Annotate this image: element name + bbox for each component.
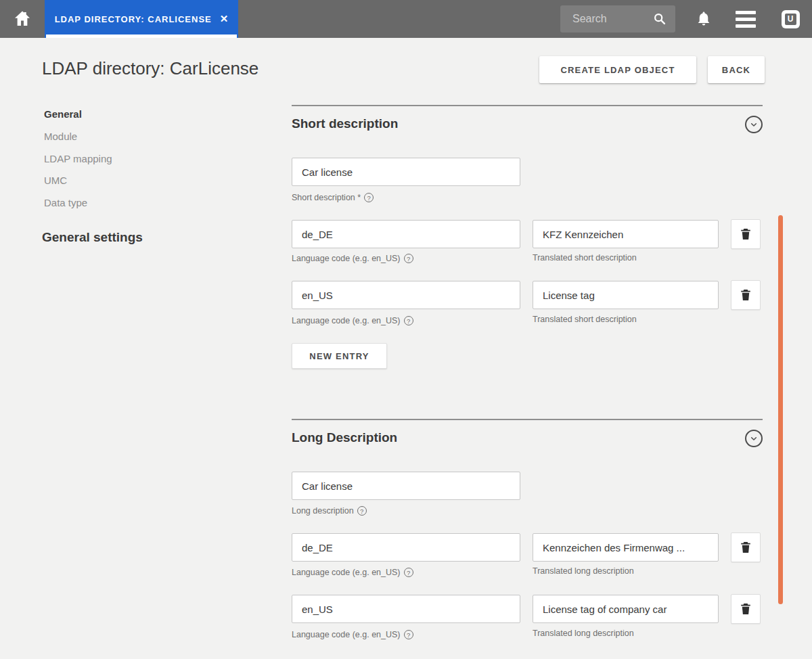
short-description-label: Short description * ? (292, 193, 374, 202)
bell-icon (695, 10, 713, 28)
tab-active-underline (46, 35, 237, 38)
trash-icon (738, 288, 753, 302)
search-box (560, 5, 675, 32)
long-description-label: Long description ? (292, 506, 367, 516)
sidebar-item-ldap-mapping[interactable]: LDAP mapping (44, 152, 112, 166)
search-icon[interactable] (652, 12, 667, 26)
trash-icon (738, 601, 753, 616)
top-bar: LDAP DIRECTORY: CARLICENSE ✕ U (0, 0, 812, 38)
help-icon[interactable]: ? (404, 254, 413, 263)
tab-label: LDAP DIRECTORY: CARLICENSE (55, 14, 212, 24)
sidebar-item-umc[interactable]: UMC (44, 174, 67, 187)
trash-icon (738, 540, 753, 555)
help-icon[interactable]: ? (357, 506, 367, 516)
translated-short-description-label: Translated short description (533, 315, 637, 324)
scrollbar-thumb[interactable] (778, 215, 783, 604)
search-input[interactable] (560, 13, 652, 25)
translated-long-description-label: Translated long description (533, 629, 634, 638)
section-title-long-description: Long Description (292, 430, 397, 445)
help-icon[interactable]: ? (364, 193, 374, 202)
language-code-input[interactable] (292, 533, 520, 562)
tab-ldap-directory-carlicense[interactable]: LDAP DIRECTORY: CARLICENSE ✕ (45, 0, 238, 38)
language-code-input[interactable] (292, 595, 520, 623)
portal-logo-button[interactable]: U (771, 0, 809, 38)
collapse-section-button[interactable] (745, 430, 763, 447)
trash-icon (738, 227, 753, 242)
home-icon (13, 9, 32, 28)
short-description-input[interactable] (292, 158, 520, 186)
translated-long-description-input[interactable] (533, 595, 719, 623)
help-icon[interactable]: ? (404, 316, 413, 325)
help-icon[interactable]: ? (404, 568, 413, 577)
section-divider (292, 105, 763, 106)
language-code-input[interactable] (292, 220, 520, 248)
language-code-input[interactable] (292, 281, 520, 309)
sidebar-item-general[interactable]: General (44, 108, 82, 121)
page-title: LDAP directory: CarLicense (42, 58, 258, 79)
language-code-label: Language code (e.g. en_US) ? (292, 316, 413, 325)
translated-short-description-input[interactable] (533, 281, 719, 309)
create-ldap-object-button[interactable]: CREATE LDAP OBJECT (539, 56, 696, 83)
chevron-down-icon (748, 119, 759, 130)
notifications-button[interactable] (685, 0, 723, 38)
help-icon[interactable]: ? (404, 630, 413, 639)
long-description-input[interactable] (292, 472, 520, 500)
sidebar-section-heading: General settings (42, 230, 143, 245)
delete-row-button[interactable] (731, 219, 761, 249)
delete-row-button[interactable] (731, 594, 761, 624)
translated-long-description-label: Translated long description (533, 566, 634, 576)
menu-button[interactable] (727, 0, 765, 38)
tab-close-icon[interactable]: ✕ (220, 13, 229, 25)
univention-logo-icon: U (782, 10, 800, 28)
language-code-label: Language code (e.g. en_US) ? (292, 254, 413, 263)
language-code-label: Language code (e.g. en_US) ? (292, 630, 413, 639)
new-entry-button[interactable]: NEW ENTRY (292, 343, 387, 369)
translated-short-description-input[interactable] (533, 220, 719, 248)
collapse-section-button[interactable] (745, 116, 763, 133)
sidebar-item-data-type[interactable]: Data type (44, 196, 87, 210)
section-divider (292, 419, 763, 420)
chevron-down-icon (748, 433, 759, 444)
delete-row-button[interactable] (731, 280, 761, 310)
translated-short-description-label: Translated short description (533, 253, 637, 263)
language-code-label: Language code (e.g. en_US) ? (292, 568, 413, 577)
back-button[interactable]: BACK (708, 56, 765, 83)
home-button[interactable] (0, 0, 45, 38)
sidebar-item-module[interactable]: Module (44, 130, 77, 143)
delete-row-button[interactable] (731, 532, 761, 562)
section-title-short-description: Short description (292, 116, 398, 131)
translated-long-description-input[interactable] (533, 533, 719, 562)
hamburger-icon (736, 11, 756, 28)
